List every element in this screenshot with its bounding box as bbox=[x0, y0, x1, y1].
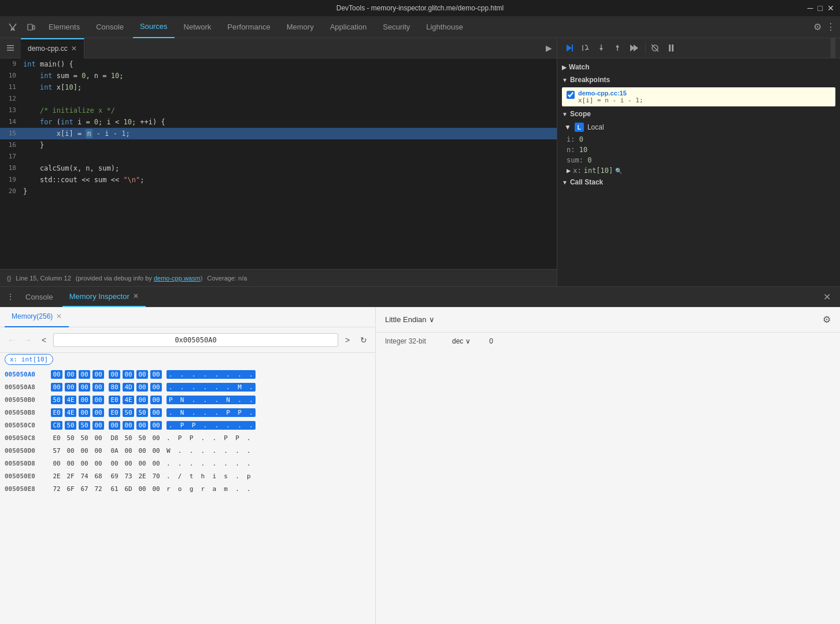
tab-elements[interactable]: Elements bbox=[42, 16, 87, 38]
more-options-icon[interactable]: ⋮ bbox=[826, 21, 835, 32]
nav-forward-btn[interactable]: → bbox=[21, 333, 35, 347]
watch-arrow: ▶ bbox=[562, 64, 567, 71]
close-icon[interactable]: ✕ bbox=[827, 3, 834, 13]
format-select[interactable]: dec ∨ bbox=[452, 337, 471, 345]
type-row: Integer 32-bit dec ∨ 0 bbox=[376, 333, 840, 350]
code-line: 16 } bbox=[0, 139, 557, 151]
callstack-section-header[interactable]: ▼ Call Stack bbox=[557, 176, 840, 189]
resume-btn[interactable] bbox=[562, 41, 576, 55]
svg-rect-6 bbox=[572, 45, 573, 51]
type-label: Integer 32-bit bbox=[385, 337, 443, 345]
tab-network[interactable]: Network bbox=[177, 16, 219, 38]
code-area[interactable]: 9 int main() { 10 int sum = 0, n = 10; 1… bbox=[0, 58, 557, 269]
bottom-panel-close[interactable]: ✕ bbox=[819, 291, 835, 302]
tab-memory-inspector[interactable]: Memory Inspector ✕ bbox=[62, 287, 146, 307]
tab-application[interactable]: Application bbox=[323, 16, 374, 38]
hex-row: 005050E8 72 6F 67 72 61 6D 00 bbox=[0, 482, 375, 495]
hex-bytes-2: E0 4E 00 00 bbox=[109, 396, 162, 404]
local-header[interactable]: ▼ L Local bbox=[557, 120, 840, 134]
memory-left-panel: Memory(256) ✕ ← → < > ↻ bbox=[0, 307, 376, 624]
hex-bytes-2: 69 73 2E 70 bbox=[109, 472, 162, 481]
hex-row: 005050D8 00 00 00 00 00 00 00 bbox=[0, 457, 375, 470]
local-label: Local bbox=[587, 123, 604, 131]
hex-row: 005050B8 E0 4E 00 00 E0 50 50 bbox=[0, 406, 375, 419]
tab-performance[interactable]: Performance bbox=[220, 16, 277, 38]
scope-var-i: i: 0 bbox=[557, 134, 840, 145]
code-line: 13 /* initialize x */ bbox=[0, 105, 557, 116]
hex-addr: 005050E0 bbox=[5, 472, 46, 480]
debug-info: (provided via debug info by demo-cpp.was… bbox=[76, 275, 203, 282]
memory-subtab-close[interactable]: ✕ bbox=[56, 312, 62, 320]
scope-label: Scope bbox=[570, 110, 591, 118]
memory-subtab-256[interactable]: Memory(256) ✕ bbox=[5, 307, 69, 327]
minimize-icon[interactable]: ─ bbox=[808, 3, 813, 13]
file-name: demo-cpp.cc bbox=[28, 45, 68, 53]
line-col-info: Line 15, Column 12 bbox=[16, 275, 71, 282]
scope-var-x[interactable]: ▶ x: int[10] 🔍 bbox=[557, 165, 840, 176]
inspect-icon[interactable] bbox=[5, 19, 21, 35]
memory-subtab-bar: Memory(256) ✕ bbox=[0, 307, 375, 327]
watch-section-header[interactable]: ▶ Watch bbox=[557, 61, 840, 73]
step-into-btn[interactable] bbox=[594, 41, 608, 55]
tab-sources[interactable]: Sources bbox=[133, 16, 175, 38]
tab-security[interactable]: Security bbox=[376, 16, 417, 38]
device-icon[interactable] bbox=[23, 19, 39, 35]
hex-addr: 005050B0 bbox=[5, 396, 46, 404]
nav-back-btn[interactable]: ← bbox=[5, 333, 18, 347]
hex-addr: 005050C8 bbox=[5, 434, 46, 442]
hex-bytes-1: E0 4E 00 00 bbox=[51, 408, 104, 417]
ascii-col: . . . . . . . . bbox=[166, 460, 251, 467]
code-panel: demo-cpp.cc ✕ ▶ 9 int main() { 10 bbox=[0, 38, 557, 286]
maximize-icon[interactable]: □ bbox=[818, 3, 823, 13]
ascii-col: r o g r a m . . bbox=[166, 485, 251, 493]
memory-body: Memory(256) ✕ ← → < > ↻ bbox=[0, 307, 840, 624]
hex-bytes-1: 2E 2F 74 68 bbox=[51, 472, 104, 481]
memory-icon[interactable]: 🔍 bbox=[615, 168, 622, 174]
hex-bytes-1: 57 00 00 00 bbox=[51, 446, 104, 455]
tab-memory[interactable]: Memory bbox=[280, 16, 321, 38]
svg-marker-14 bbox=[634, 45, 638, 51]
nav-next-btn[interactable]: > bbox=[341, 333, 354, 347]
settings-icon[interactable]: ⚙ bbox=[813, 21, 822, 32]
memory-inspector-tab-close[interactable]: ✕ bbox=[133, 292, 139, 300]
hex-bytes-2: 80 4D 00 00 bbox=[109, 383, 162, 392]
scope-section-header[interactable]: ▼ Scope bbox=[557, 108, 840, 120]
hex-addr: 005050B8 bbox=[5, 409, 46, 416]
tab-lighthouse[interactable]: Lighthouse bbox=[419, 16, 470, 38]
code-line: 10 int sum = 0, n = 10; bbox=[0, 70, 557, 82]
pause-on-exceptions-btn[interactable] bbox=[664, 41, 678, 55]
debugger-content[interactable]: ▶ Watch ▼ Breakpoints demo-cpp.cc:15 x[i… bbox=[557, 58, 840, 286]
memory-settings-icon[interactable]: ⚙ bbox=[823, 314, 831, 325]
endian-select[interactable]: Little Endian ∨ bbox=[385, 315, 435, 324]
hex-bytes-2: 61 6D 00 00 bbox=[109, 485, 162, 493]
breakpoints-arrow: ▼ bbox=[562, 77, 568, 83]
svg-marker-10 bbox=[600, 48, 603, 51]
step-out-btn[interactable] bbox=[610, 41, 624, 55]
tab-console[interactable]: Console bbox=[89, 16, 131, 38]
code-line: 18 calcSum(x, n, sum); bbox=[0, 163, 557, 174]
file-tab-bar: demo-cpp.cc ✕ ▶ bbox=[0, 38, 557, 58]
scope-var-n: n: 10 bbox=[557, 145, 840, 155]
deactivate-breakpoints-btn[interactable] bbox=[648, 41, 662, 55]
file-tab-demo-cpp[interactable]: demo-cpp.cc ✕ bbox=[21, 38, 84, 58]
nav-prev-btn[interactable]: < bbox=[37, 333, 51, 347]
step-btn[interactable] bbox=[627, 41, 641, 55]
file-tab-close[interactable]: ✕ bbox=[71, 45, 77, 53]
tab-console-bottom[interactable]: Console bbox=[18, 287, 60, 307]
breakpoint-checkbox[interactable] bbox=[567, 91, 575, 99]
memory-hex-table[interactable]: 005050A0 00 00 00 00 00 00 00 bbox=[0, 365, 375, 624]
run-snippet-icon[interactable]: ▶ bbox=[546, 43, 552, 53]
code-line: 20 } bbox=[0, 186, 557, 197]
step-over-btn[interactable] bbox=[578, 41, 592, 55]
hex-bytes-1: 72 6F 67 72 bbox=[51, 485, 104, 493]
endian-bar: Little Endian ∨ ⚙ bbox=[376, 307, 840, 333]
code-line: 17 bbox=[0, 151, 557, 163]
refresh-btn[interactable]: ↻ bbox=[357, 333, 371, 347]
tab-menu-icon[interactable]: ⋮ bbox=[5, 291, 16, 302]
breakpoints-section-header[interactable]: ▼ Breakpoints bbox=[557, 73, 840, 86]
wasm-link[interactable]: demo-cpp.wasm bbox=[154, 275, 201, 282]
sidebar-toggle[interactable] bbox=[2, 40, 18, 56]
address-input[interactable] bbox=[53, 333, 338, 347]
cursor-icon: {} bbox=[7, 275, 11, 282]
debugger-panel: ▶ Watch ▼ Breakpoints demo-cpp.cc:15 x[i… bbox=[557, 38, 840, 286]
